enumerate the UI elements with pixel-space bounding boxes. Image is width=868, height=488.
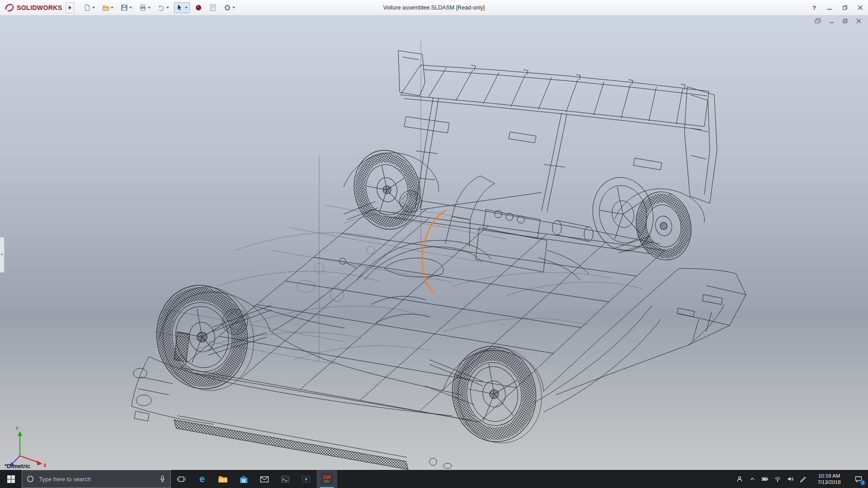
edge-icon: e bbox=[199, 474, 205, 484]
select-cursor-icon bbox=[176, 4, 184, 11]
volume-button[interactable] bbox=[784, 470, 797, 488]
solidworks-logo-icon bbox=[5, 3, 14, 13]
doc-restore-icon bbox=[842, 18, 848, 24]
dropdown-arrow-icon[interactable] bbox=[92, 7, 95, 9]
dropdown-arrow-icon[interactable] bbox=[129, 7, 132, 9]
save-button[interactable] bbox=[118, 2, 134, 13]
new-document-icon bbox=[84, 4, 91, 11]
media-app-icon[interactable] bbox=[296, 470, 316, 488]
solidworks-tile-label: SW bbox=[323, 475, 331, 480]
brand-text: SOLIDWORKS bbox=[17, 4, 62, 11]
network-button[interactable] bbox=[771, 470, 784, 488]
wheel-front-right[interactable] bbox=[445, 339, 549, 451]
chevron-up-icon bbox=[749, 475, 756, 483]
notification-badge: 2 bbox=[860, 480, 866, 486]
window-controls: ? bbox=[807, 0, 868, 15]
wheel-front-left[interactable] bbox=[149, 277, 262, 399]
menu-flyout-arrow[interactable] bbox=[66, 2, 74, 13]
task-view-button[interactable] bbox=[171, 470, 192, 488]
play-icon bbox=[301, 474, 311, 484]
cortana-icon bbox=[27, 475, 34, 483]
options-gear-icon bbox=[224, 4, 231, 11]
envelope-icon bbox=[259, 474, 269, 483]
doc-window-icon bbox=[815, 18, 821, 24]
doc-window-button[interactable] bbox=[814, 17, 822, 24]
taskbar-clock[interactable]: 10:19 AM 7/13/2018 bbox=[809, 470, 849, 488]
doc-restore-button[interactable] bbox=[841, 17, 849, 24]
doc-close-button[interactable] bbox=[854, 17, 863, 24]
minimize-button[interactable] bbox=[822, 0, 837, 15]
pen-button[interactable] bbox=[797, 470, 809, 488]
wifi-icon bbox=[774, 475, 781, 483]
file-explorer-app-icon[interactable] bbox=[212, 470, 233, 488]
pen-icon bbox=[799, 475, 807, 483]
terminal-icon bbox=[280, 474, 290, 484]
action-center-button[interactable]: 2 bbox=[849, 470, 868, 488]
rebuild-stoplight-icon bbox=[195, 4, 202, 11]
start-button[interactable] bbox=[0, 470, 22, 488]
battery-button[interactable] bbox=[759, 470, 771, 488]
wireframe-car-model[interactable]: Y X bbox=[0, 15, 868, 470]
clock-date: 7/13/2018 bbox=[809, 479, 849, 485]
collapsed-panel-tab[interactable] bbox=[0, 237, 5, 273]
people-icon bbox=[736, 475, 743, 483]
store-bag-icon bbox=[239, 474, 249, 484]
microphone-icon[interactable] bbox=[159, 475, 166, 483]
open-folder-icon bbox=[102, 4, 109, 11]
file-properties-button[interactable] bbox=[207, 2, 219, 13]
close-icon bbox=[858, 5, 863, 10]
edge-app-icon[interactable]: e bbox=[192, 470, 212, 488]
close-button[interactable] bbox=[853, 0, 868, 15]
search-input[interactable] bbox=[38, 475, 155, 483]
solidworks-tile-year: 2017 bbox=[324, 480, 330, 483]
dropdown-arrow-icon[interactable] bbox=[111, 7, 113, 9]
document-title: Voiture assemblee.SLDASM [Read-only] bbox=[383, 5, 485, 11]
view-orientation-label: *Dimetric bbox=[5, 463, 30, 469]
dropdown-arrow-icon[interactable] bbox=[232, 7, 235, 9]
options-button[interactable] bbox=[222, 2, 237, 13]
rear-wing-wireframe[interactable] bbox=[398, 51, 717, 211]
print-icon bbox=[139, 4, 146, 11]
wheel-rear-right-tire[interactable] bbox=[630, 187, 698, 265]
selected-edge[interactable] bbox=[422, 211, 446, 293]
battery-icon bbox=[761, 475, 769, 483]
taskbar-search-box[interactable] bbox=[22, 470, 171, 488]
doc-close-icon bbox=[856, 18, 862, 24]
triad-y-label: Y bbox=[15, 426, 19, 431]
new-document-button[interactable] bbox=[81, 2, 97, 13]
wheel-rear-left[interactable] bbox=[347, 144, 427, 235]
rebuild-button[interactable] bbox=[193, 2, 204, 13]
people-button[interactable] bbox=[733, 470, 746, 488]
graphics-area[interactable]: Y X *Dimetric bbox=[0, 15, 868, 470]
folder-icon bbox=[218, 474, 228, 483]
solidworks-tile-icon: SW 2017 bbox=[321, 473, 333, 485]
file-properties-icon bbox=[209, 4, 217, 11]
undo-icon bbox=[158, 4, 165, 11]
titlebar: SOLIDWORKS bbox=[0, 0, 868, 16]
doc-minimize-icon bbox=[829, 18, 835, 24]
mail-app-icon[interactable] bbox=[254, 470, 275, 488]
solidworks-logo: SOLIDWORKS bbox=[0, 3, 66, 13]
standard-toolbar bbox=[81, 2, 237, 13]
panel-tab-grip-icon bbox=[1, 253, 3, 255]
doc-minimize-button[interactable] bbox=[827, 17, 835, 24]
open-button[interactable] bbox=[100, 2, 116, 13]
print-button[interactable] bbox=[137, 2, 153, 13]
dropdown-arrow-icon[interactable] bbox=[185, 7, 188, 9]
maximize-button[interactable] bbox=[837, 0, 853, 15]
hidden-icons-button[interactable] bbox=[746, 470, 759, 488]
system-tray bbox=[733, 470, 809, 488]
console-app-icon[interactable] bbox=[275, 470, 296, 488]
minimize-icon bbox=[827, 5, 832, 10]
select-tool-button[interactable] bbox=[174, 2, 190, 13]
undo-button[interactable] bbox=[156, 2, 171, 13]
store-app-icon[interactable] bbox=[233, 470, 254, 488]
solidworks-app-icon[interactable]: SW 2017 bbox=[316, 470, 337, 488]
windows-taskbar: e SW bbox=[0, 470, 868, 488]
clock-time: 10:19 AM bbox=[809, 473, 849, 479]
orientation-triad: Y X bbox=[9, 426, 47, 468]
dropdown-arrow-icon[interactable] bbox=[148, 7, 151, 9]
save-icon bbox=[121, 4, 128, 11]
dropdown-arrow-icon[interactable] bbox=[166, 7, 169, 9]
help-button[interactable]: ? bbox=[807, 0, 822, 15]
